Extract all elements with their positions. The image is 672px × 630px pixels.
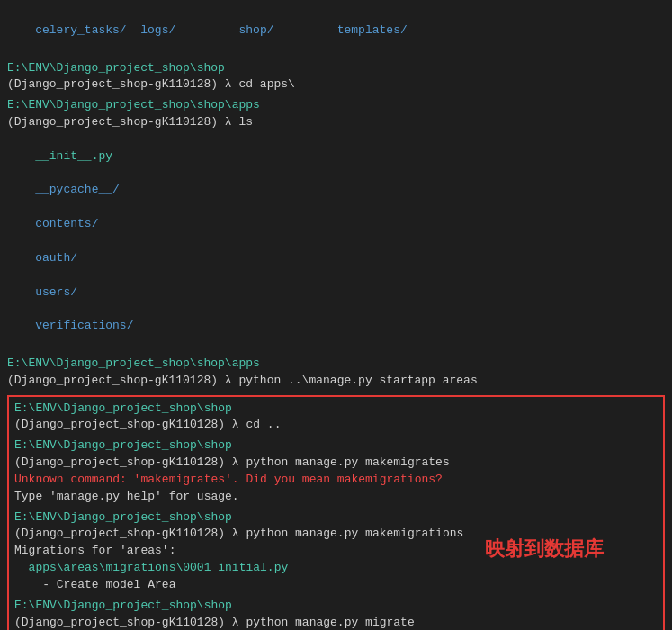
- path-1: E:\ENV\Django_project_shop\shop: [7, 60, 665, 77]
- space: [35, 166, 49, 180]
- dir-users: users/: [35, 285, 77, 299]
- command-h3: python manage.py makemigrations: [246, 526, 463, 540]
- migrations-for: Migrations for 'areas':: [14, 543, 658, 560]
- path-h3: E:\ENV\Django_project_shop\shop: [14, 509, 658, 526]
- dir-verifications: verifications/: [35, 319, 133, 332]
- path-2: E:\ENV\Django_project_shop\shop\apps: [7, 97, 665, 114]
- file-init: __init__.py: [35, 149, 112, 163]
- error-line: Unknown command: 'makemigrates'. Did you…: [14, 472, 658, 489]
- prompt-3: (Django_project_shop-gK110128) λ: [7, 374, 238, 387]
- space4: [35, 268, 49, 282]
- prompt-2: (Django_project_shop-gK110128) λ: [7, 115, 238, 129]
- space2: [35, 200, 49, 213]
- dir-oauth: oauth/: [35, 251, 77, 265]
- cmd-h2: (Django_project_shop-gK110128) λ python …: [14, 454, 658, 472]
- migrations-file: apps\areas\migrations\0001_initial.py: [14, 560, 658, 577]
- path-h2: E:\ENV\Django_project_shop\shop: [14, 437, 658, 454]
- ls-output: __init__.py __pycache__/ contents/ oauth…: [7, 131, 665, 352]
- cmd-h3: (Django_project_shop-gK110128) λ python …: [14, 526, 658, 543]
- dir-pycache: __pycache__/: [35, 183, 120, 196]
- cmd-3: (Django_project_shop-gK110128) λ python …: [7, 373, 665, 390]
- prompt-h1: (Django_project_shop-gK110128) λ: [14, 418, 246, 431]
- create-model: - Create model Area: [14, 577, 658, 594]
- prompt-1: (Django_project_shop-gK110128) λ: [7, 77, 238, 91]
- command-h4: python manage.py migrate: [246, 616, 414, 629]
- spacing2: [175, 23, 238, 37]
- dir-logs: logs/: [140, 23, 175, 37]
- dir-templates: templates/: [337, 23, 408, 37]
- spacing1: [127, 23, 141, 37]
- dir-celery: celery_tasks/: [35, 23, 126, 37]
- top-files-line: celery_tasks/ logs/ shop/ templates/: [7, 5, 665, 57]
- command-1: cd apps\: [238, 77, 294, 91]
- space3: [35, 234, 49, 248]
- terminal: celery_tasks/ logs/ shop/ templates/ E:\…: [0, 0, 672, 630]
- dir-contents: contents/: [35, 217, 98, 230]
- cmd-h1: (Django_project_shop-gK110128) λ cd ..: [14, 417, 658, 434]
- path-3: E:\ENV\Django_project_shop\shop\apps: [7, 356, 665, 373]
- command-h2: python manage.py makemigrates: [246, 455, 449, 469]
- cmd-h4: (Django_project_shop-gK110128) λ python …: [14, 615, 658, 630]
- command-h1: cd ..: [246, 418, 281, 431]
- highlighted-block: 映射到数据库 E:\ENV\Django_project_shop\shop (…: [7, 395, 665, 630]
- command-2: ls: [238, 115, 253, 129]
- path-h4: E:\ENV\Django_project_shop\shop: [14, 598, 658, 615]
- prompt-h4: (Django_project_shop-gK110128) λ: [14, 616, 246, 629]
- space5: [35, 302, 49, 315]
- command-3: python ..\manage.py startapp areas: [238, 374, 477, 387]
- cmd-1: (Django_project_shop-gK110128) λ cd apps…: [7, 76, 665, 94]
- path-h1: E:\ENV\Django_project_shop\shop: [14, 400, 658, 418]
- spacing3: [274, 23, 337, 37]
- help-line: Type 'manage.py help' for usage.: [14, 489, 658, 506]
- cmd-2: (Django_project_shop-gK110128) λ ls: [7, 114, 665, 131]
- prompt-h3: (Django_project_shop-gK110128) λ: [14, 526, 246, 540]
- prompt-h2: (Django_project_shop-gK110128) λ: [14, 455, 246, 469]
- dir-shop: shop/: [238, 23, 273, 37]
